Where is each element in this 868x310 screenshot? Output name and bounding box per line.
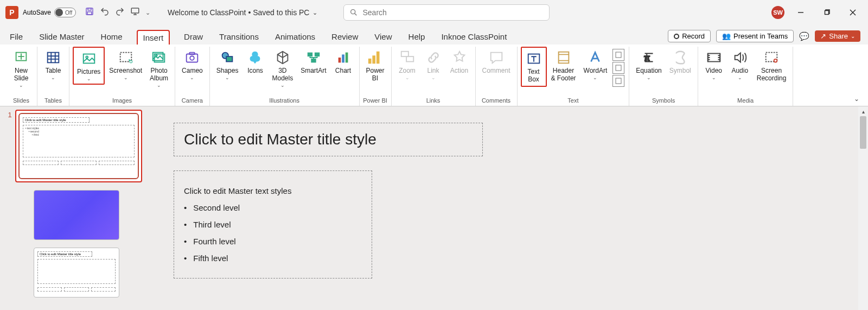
search-icon — [349, 8, 358, 17]
group-label-text: Text — [567, 96, 578, 106]
present-teams-button[interactable]: 👥 Present in Teams — [716, 30, 794, 42]
restore-button[interactable] — [817, 5, 837, 20]
svg-rect-25 — [345, 53, 348, 63]
chevron-down-icon: ⌄ — [87, 76, 91, 81]
cameo-icon — [183, 49, 201, 66]
title-dropdown-icon[interactable]: ⌄ — [312, 9, 317, 16]
svg-rect-23 — [338, 58, 341, 62]
search-box[interactable] — [343, 4, 550, 21]
tab-classpoint[interactable]: Inknoe ClassPoint — [439, 29, 509, 45]
text-box-button[interactable]: Text Box — [521, 47, 547, 87]
master-slide-thumbnail[interactable]: Click to edit Master title style • text … — [15, 110, 142, 182]
record-button[interactable]: Record — [668, 30, 711, 42]
chevron-down-icon: ⌄ — [51, 75, 55, 80]
svg-rect-3 — [131, 8, 139, 13]
body-level-2[interactable]: Second level — [184, 203, 362, 212]
autosave-toggle[interactable]: Off — [54, 8, 76, 17]
cameo-button[interactable]: Cameo⌄ — [178, 47, 206, 83]
zoom-button: Zoom⌄ — [395, 47, 420, 83]
date-time-icon[interactable] — [612, 49, 624, 61]
action-button: Action — [447, 47, 472, 77]
body-level-4[interactable]: Fourth level — [184, 237, 362, 246]
scrollbar-thumb[interactable] — [860, 116, 866, 149]
tab-animations[interactable]: Animations — [273, 29, 317, 45]
present-icon[interactable] — [130, 7, 140, 18]
scroll-up-icon[interactable]: ▴ — [858, 106, 868, 116]
object-icon[interactable] — [612, 75, 624, 87]
chart-button[interactable]: Chart — [331, 47, 356, 77]
symbol-icon — [672, 49, 689, 66]
group-label-images: Images — [112, 96, 132, 106]
tab-draw[interactable]: Draw — [182, 29, 205, 45]
layout-thumbnail-1[interactable] — [34, 190, 119, 240]
wordart-button[interactable]: WordArt⌄ — [580, 47, 611, 83]
undo-icon[interactable] — [100, 7, 110, 18]
text-box-icon — [525, 50, 542, 67]
audio-button[interactable]: Audio⌄ — [727, 47, 752, 83]
icons-icon — [246, 49, 264, 66]
slide-number-icon[interactable] — [612, 62, 624, 74]
tab-slide-master[interactable]: Slide Master — [37, 29, 86, 45]
equation-button[interactable]: πEquation⌄ — [633, 47, 665, 83]
share-button[interactable]: ↗ Share ⌄ — [815, 30, 860, 42]
photo-album-icon — [150, 49, 168, 66]
qat-more-icon[interactable]: ⌄ — [145, 9, 150, 16]
shapes-icon — [219, 49, 236, 66]
table-button[interactable]: Table⌄ — [41, 47, 66, 83]
close-button[interactable] — [843, 5, 863, 20]
svg-text:π: π — [644, 53, 650, 63]
header-footer-button[interactable]: Header & Footer — [548, 47, 579, 85]
screen-recording-button[interactable]: Screen Recording — [754, 47, 790, 85]
content-placeholder[interactable]: Click to edit Master text styles Second … — [174, 170, 372, 279]
icons-button[interactable]: Icons — [242, 47, 267, 77]
chevron-down-icon: ⌄ — [124, 75, 128, 80]
comments-pane-icon[interactable]: 💬 — [799, 31, 809, 41]
smartart-button[interactable]: SmartArt — [297, 47, 329, 77]
svg-rect-5 — [825, 11, 829, 15]
zoom-icon — [399, 49, 416, 66]
chevron-down-icon: ⌄ — [738, 75, 742, 80]
group-label-media: Media — [737, 96, 754, 106]
chevron-down-icon: ⌄ — [157, 83, 161, 88]
title-placeholder[interactable]: Click to edit Master title style — [174, 123, 483, 156]
svg-point-4 — [351, 10, 355, 14]
audio-icon — [731, 49, 749, 66]
screenshot-button[interactable]: Screenshot⌄ — [106, 47, 145, 83]
redo-icon[interactable] — [115, 7, 125, 18]
slide-thumbnail-pane[interactable]: 1 Click to edit Master title style • tex… — [0, 106, 146, 310]
slide-editor[interactable]: Click to edit Master title style Click t… — [146, 106, 868, 310]
new-slide-button[interactable]: New Slide⌄ — [9, 47, 34, 90]
tab-transitions[interactable]: Transitions — [217, 29, 261, 45]
svg-rect-29 — [401, 52, 408, 56]
save-icon[interactable] — [85, 7, 94, 18]
document-title: Welcome to ClassPoint • Saved to this PC — [168, 8, 309, 17]
shapes-button[interactable]: Shapes⌄ — [213, 47, 242, 83]
video-button[interactable]: Video⌄ — [701, 47, 726, 83]
power-bi-button[interactable]: Power BI — [363, 47, 388, 85]
pictures-button[interactable]: Pictures⌄ — [73, 47, 105, 85]
photo-album-button[interactable]: Photo Album⌄ — [146, 47, 171, 90]
user-avatar[interactable]: SW — [771, 6, 784, 19]
collapse-ribbon-icon[interactable]: ⌄ — [854, 95, 859, 103]
tab-insert[interactable]: Insert — [137, 30, 170, 45]
header-footer-icon — [555, 49, 572, 66]
layout-thumbnail-2[interactable]: Click to edit Master title style — [34, 248, 119, 298]
search-input[interactable] — [362, 8, 544, 17]
3d-models-icon — [274, 49, 291, 66]
minimize-button[interactable] — [791, 5, 810, 20]
tab-home[interactable]: Home — [99, 29, 125, 45]
body-level-1[interactable]: Click to edit Master text styles — [184, 186, 362, 195]
tab-help[interactable]: Help — [406, 29, 427, 45]
body-level-3[interactable]: Third level — [184, 220, 362, 229]
3d-models-button[interactable]: 3D Models⌄ — [269, 47, 296, 90]
chevron-down-icon: ⌄ — [405, 75, 410, 80]
body-level-5[interactable]: Fifth level — [184, 254, 362, 263]
vertical-scrollbar[interactable]: ▴ — [858, 106, 868, 310]
svg-rect-27 — [372, 55, 375, 64]
tab-view[interactable]: View — [372, 29, 394, 45]
table-icon — [44, 49, 62, 66]
svg-rect-30 — [406, 56, 413, 61]
tab-review[interactable]: Review — [329, 29, 360, 45]
group-label-camera: Camera — [182, 96, 203, 106]
tab-file[interactable]: File — [8, 29, 25, 45]
